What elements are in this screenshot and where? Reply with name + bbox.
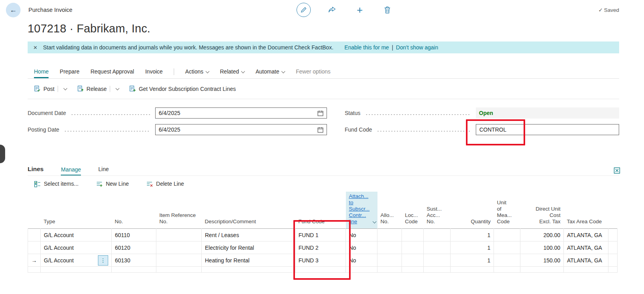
cell-attach-link[interactable]: No	[346, 254, 377, 267]
row-selector-cell[interactable]	[28, 241, 41, 254]
edit-button[interactable]	[297, 3, 311, 17]
cell-item-reference-no[interactable]	[156, 241, 202, 254]
tab-fewer-options[interactable]: Fewer options	[296, 68, 330, 78]
cell-description[interactable]: Heating for Rental	[202, 254, 295, 267]
cell-description[interactable]: Electricity for Rental	[202, 241, 295, 254]
header-attach-to-subscription-contract-line[interactable]: Attach... to Subscr... Contr... line	[346, 192, 377, 229]
post-dropdown-button[interactable]	[61, 86, 67, 92]
cell-quantity[interactable]: 1	[451, 229, 494, 241]
header-type[interactable]: Type	[41, 192, 112, 229]
tab-request-approval[interactable]: Request Approval	[90, 68, 134, 78]
dont-show-again-link[interactable]: Don't show again	[396, 44, 438, 51]
cell-allocation-no[interactable]	[377, 254, 402, 267]
row-selector-cell[interactable]	[28, 229, 41, 241]
cell-attach-link[interactable]	[346, 267, 377, 273]
header-unit-of-measure-code[interactable]: Unit of Mea... Code	[494, 192, 520, 229]
cell-sust-account-no[interactable]	[424, 229, 451, 241]
cell-unit-of-measure[interactable]	[494, 254, 520, 267]
cell-quantity[interactable]: 1	[451, 254, 494, 267]
calendar-icon[interactable]	[317, 127, 323, 133]
tab-related[interactable]: Related	[220, 68, 244, 78]
cell-item-reference-no[interactable]	[156, 254, 202, 267]
cell-allocation-no[interactable]	[377, 267, 402, 273]
cell-tax-area-code[interactable]: ATLANTA, GA	[564, 241, 608, 254]
cell-attach-link[interactable]: No	[346, 241, 377, 254]
cell-sust-account-no[interactable]	[424, 254, 451, 267]
back-button[interactable]: ←	[6, 3, 21, 17]
delete-line-button[interactable]: Delete Line	[146, 181, 184, 187]
header-no[interactable]: No.	[112, 192, 156, 229]
get-vendor-subscription-contract-lines-button[interactable]: Get Vendor Subscription Contract Lines	[129, 85, 236, 92]
cell-direct-unit-cost[interactable]: 200.00	[520, 229, 564, 241]
cell-item-reference-no[interactable]	[156, 267, 202, 273]
tab-home[interactable]: Home	[34, 68, 49, 78]
cell-no[interactable]: 60130	[112, 254, 156, 267]
release-dropdown-button[interactable]	[113, 86, 119, 92]
cell-allocation-no[interactable]	[377, 241, 402, 254]
cell-sust-account-no[interactable]	[424, 241, 451, 254]
tab-automate[interactable]: Automate	[255, 68, 285, 78]
chevron-down-icon[interactable]	[372, 220, 376, 224]
enable-this-for-me-link[interactable]: Enable this for me	[344, 44, 389, 51]
open-in-excel-icon[interactable]	[614, 167, 620, 174]
cell-attach-link[interactable]: No	[346, 229, 377, 241]
cell-item-reference-no[interactable]	[156, 229, 202, 241]
cell-no[interactable]: 60110	[112, 229, 156, 241]
cell-location-code[interactable]	[402, 229, 424, 241]
tab-line[interactable]: Line	[98, 166, 109, 175]
fund-code-input[interactable]: CONTROL	[476, 124, 619, 135]
cell-no[interactable]	[112, 267, 156, 273]
post-button[interactable]: Post	[34, 85, 54, 92]
cell-fund-code[interactable]: FUND 1	[295, 229, 346, 241]
side-panel-handle[interactable]	[0, 145, 5, 163]
cell-tax-area-code[interactable]: ATLANTA, GA	[564, 229, 608, 241]
cell-unit-of-measure[interactable]	[494, 267, 520, 273]
cell-location-code[interactable]	[402, 267, 424, 273]
cell-type[interactable]: G/L Account	[41, 229, 112, 241]
cell-description[interactable]	[202, 267, 295, 273]
tab-manage[interactable]: Manage	[61, 166, 81, 176]
tab-actions[interactable]: Actions	[185, 68, 209, 78]
header-item-reference-no[interactable]: Item Reference No.	[156, 192, 202, 229]
tab-prepare[interactable]: Prepare	[60, 68, 79, 78]
cell-tax-area-code[interactable]: ATLANTA, GA	[564, 254, 608, 267]
cell-direct-unit-cost[interactable]: 100.00	[520, 241, 564, 254]
row-selector-cell[interactable]: →	[28, 254, 41, 267]
calendar-icon[interactable]	[317, 110, 323, 116]
attach-header-link[interactable]: Attach... to Subscr... Contr... line	[349, 193, 370, 224]
cell-no[interactable]: 60120	[112, 241, 156, 254]
tab-invoice[interactable]: Invoice	[145, 68, 163, 78]
header-tax-area-code[interactable]: Tax Area Code	[564, 192, 608, 229]
banner-close-icon[interactable]: ✕	[33, 45, 38, 51]
new-document-button[interactable]: +	[353, 2, 366, 17]
cell-type[interactable]	[41, 267, 112, 273]
posting-date-input[interactable]: 6/4/2025	[155, 124, 327, 135]
cell-more-options-button[interactable]: ⋮	[98, 255, 108, 266]
share-button[interactable]	[326, 2, 338, 17]
cell-quantity[interactable]: 1	[451, 241, 494, 254]
cell-fund-code[interactable]: FUND 3	[295, 254, 346, 267]
select-items-button[interactable]: Select items...	[34, 181, 79, 187]
document-date-input[interactable]: 6/4/2025	[155, 107, 327, 119]
cell-direct-unit-cost[interactable]: 150.00	[520, 254, 564, 267]
header-allocation-no[interactable]: Allo... No.	[377, 192, 402, 229]
cell-sust-account-no[interactable]	[424, 267, 451, 273]
cell-allocation-no[interactable]	[377, 229, 402, 241]
header-fund-code[interactable]: Fund Code	[295, 192, 346, 229]
header-quantity[interactable]: Quantity	[451, 192, 494, 229]
new-line-button[interactable]: New Line	[96, 181, 129, 187]
cell-direct-unit-cost[interactable]	[520, 267, 564, 273]
cell-unit-of-measure[interactable]	[494, 241, 520, 254]
row-selector-cell[interactable]	[28, 267, 41, 273]
cell-location-code[interactable]	[402, 254, 424, 267]
cell-fund-code[interactable]: FUND 2	[295, 241, 346, 254]
cell-type[interactable]: G/L Account ⋮	[41, 254, 112, 267]
cell-description[interactable]: Rent / Leases	[202, 229, 295, 241]
header-direct-unit-cost[interactable]: Direct Unit Cost Excl. Tax	[520, 192, 564, 229]
cell-fund-code[interactable]	[295, 267, 346, 273]
cell-unit-of-measure[interactable]	[494, 229, 520, 241]
header-location-code[interactable]: Loc... Code	[402, 192, 424, 229]
cell-type[interactable]: G/L Account	[41, 241, 112, 254]
header-sust-account-no[interactable]: Sust... Acc... No.	[424, 192, 451, 229]
cell-tax-area-code[interactable]	[564, 267, 608, 273]
